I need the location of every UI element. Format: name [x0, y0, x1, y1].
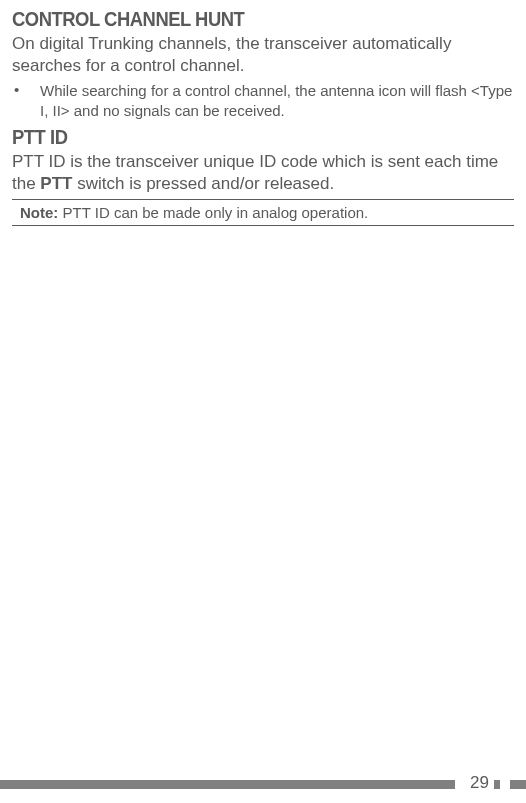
note-text: PTT ID can be made only in analog operat… [58, 204, 368, 221]
heading-ptt-id: PTT ID [12, 126, 474, 149]
page-footer: 29 [0, 775, 526, 793]
section-control-channel-hunt: CONTROL CHANNEL HUNT On digital Trunking… [12, 8, 514, 120]
heading-control-channel-hunt: CONTROL CHANNEL HUNT [12, 8, 474, 31]
section-ptt-id: PTT ID PTT ID is the transceiver unique … [12, 126, 514, 226]
bullet-text: While searching for a control channel, t… [40, 81, 514, 120]
note-label: Note: [20, 204, 58, 221]
ptt-text-post: switch is pressed and/or released. [72, 174, 334, 193]
footer-tick-1 [494, 780, 500, 789]
note-box: Note: PTT ID can be made only in analog … [12, 199, 514, 226]
paragraph-ptt-id: PTT ID is the transceiver unique ID code… [12, 151, 514, 195]
ptt-bold: PTT [40, 174, 72, 193]
page-content: CONTROL CHANNEL HUNT On digital Trunking… [0, 0, 526, 226]
paragraph-control-channel-hunt: On digital Trunking channels, the transc… [12, 33, 514, 77]
bullet-item: • While searching for a control channel,… [12, 81, 514, 120]
footer-bar [0, 780, 455, 789]
footer-tick-2 [510, 780, 526, 789]
bullet-marker: • [12, 81, 40, 120]
page-number: 29 [470, 773, 489, 793]
